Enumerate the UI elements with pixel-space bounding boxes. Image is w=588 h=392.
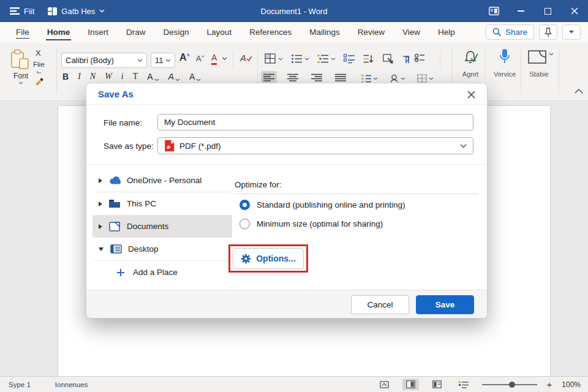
- italic-button[interactable]: I: [78, 72, 81, 81]
- underline-button[interactable]: N: [90, 72, 96, 81]
- font-size-combo[interactable]: 11: [151, 53, 175, 68]
- text-effects-button[interactable]: A: [240, 53, 252, 63]
- tab-file[interactable]: File: [15, 24, 31, 40]
- web-layout-button[interactable]: [429, 379, 445, 390]
- font-color-menu-button[interactable]: A: [189, 72, 201, 81]
- status-bar-left: Sype 1 Ionnenues: [9, 377, 88, 392]
- highlight-glyph: A: [168, 72, 174, 81]
- save-button[interactable]: Save: [416, 295, 474, 314]
- plus-icon: [116, 268, 125, 277]
- paste-icon: [10, 49, 32, 71]
- chevron-down-icon[interactable]: [222, 57, 227, 61]
- ribbon-display-options-button[interactable]: [480, 0, 507, 22]
- close-button[interactable]: [561, 0, 588, 22]
- zoom-slider-handle[interactable]: [509, 382, 515, 388]
- borders-button[interactable]: [265, 53, 283, 64]
- onedrive-cloud-icon: [108, 176, 121, 185]
- nav-item-this-pc[interactable]: This PC: [92, 192, 232, 215]
- strikethrough-button[interactable]: W: [105, 72, 112, 81]
- editor-button[interactable]: [528, 50, 554, 64]
- save-location-nav: OneDrive - Personal This PC Documents De…: [92, 169, 232, 284]
- clipboard-group-label[interactable]: Font: [7, 72, 34, 80]
- text-effects-menu-button[interactable]: A: [147, 72, 159, 81]
- tab-help[interactable]: Help: [437, 24, 456, 40]
- paste-special-button[interactable]: [383, 54, 394, 64]
- chevron-down-icon: [18, 81, 23, 85]
- zoom-level[interactable]: 100%: [562, 380, 581, 389]
- pin-button[interactable]: [539, 24, 557, 40]
- tab-mailings[interactable]: Mailings: [308, 24, 341, 40]
- maximize-button[interactable]: [534, 0, 561, 22]
- justify-icon: [335, 74, 346, 81]
- font-name-combo[interactable]: Calibri (Body): [61, 53, 147, 68]
- font-color-button[interactable]: A: [211, 53, 217, 65]
- print-layout-button[interactable]: [402, 379, 419, 390]
- chevron-down-icon: [137, 59, 143, 62]
- zoom-slider[interactable]: [482, 380, 537, 389]
- tab-insert[interactable]: Insert: [86, 24, 110, 40]
- optimize-divider: [235, 194, 478, 194]
- subscript-button[interactable]: i: [121, 72, 124, 81]
- grow-font-button[interactable]: A˄: [179, 52, 190, 63]
- annotation-highlight-box: Options...: [228, 244, 308, 273]
- word-count[interactable]: Ionnenues: [55, 381, 88, 388]
- qat-item-1[interactable]: Fiit: [10, 7, 34, 16]
- copy-button[interactable]: Fiie: [33, 61, 45, 68]
- multilevel-list-button[interactable]: [317, 54, 336, 64]
- radio-standard[interactable]: Standard (publishing online and printing…: [239, 200, 405, 210]
- tab-view[interactable]: View: [401, 24, 421, 40]
- tab-review[interactable]: Review: [356, 24, 386, 40]
- nav-item-documents[interactable]: Documents: [92, 215, 232, 238]
- tab-layout[interactable]: Layout: [206, 24, 233, 40]
- nav-item-desktop-label: Desktop: [128, 244, 159, 254]
- radio-minimum-size[interactable]: Minimum size (optimal for sharing): [239, 219, 383, 229]
- radio-minimum-size-label: Minimum size (optimal for sharing): [257, 219, 383, 228]
- options-button[interactable]: Options...: [233, 248, 304, 269]
- pin-icon: [545, 28, 552, 37]
- font-name-value: Calibri (Body): [66, 56, 137, 65]
- shrink-font-button[interactable]: A˅: [196, 54, 204, 63]
- shading-button[interactable]: [390, 74, 405, 83]
- collapse-ribbon-icon[interactable]: [575, 89, 583, 94]
- page-indicator[interactable]: Sype 1: [9, 381, 31, 388]
- quick-access-toolbar: Fiit Gatb Hes: [0, 7, 105, 16]
- dictate-button[interactable]: [491, 48, 518, 67]
- read-mode-button[interactable]: [376, 379, 393, 390]
- checklist-button[interactable]: [344, 54, 355, 64]
- tab-draw[interactable]: Draw: [125, 24, 147, 40]
- format-painter-icon[interactable]: [34, 75, 44, 85]
- chevron-down-icon: [99, 247, 104, 251]
- web-layout-icon: [432, 380, 442, 388]
- group-agnrt[interactable]: [458, 50, 484, 67]
- border-grid-button[interactable]: [417, 74, 434, 83]
- minimize-button[interactable]: [507, 0, 534, 22]
- nav-item-add-a-place[interactable]: Add a Place: [92, 261, 232, 284]
- save-type-select[interactable]: PDF (*.pdf): [157, 137, 473, 154]
- paragraph-mark-icon: [402, 54, 412, 64]
- cancel-button[interactable]: Cancel: [351, 295, 409, 314]
- qat-item-2[interactable]: Gatb Hes: [48, 7, 105, 16]
- tab-design[interactable]: Design: [162, 24, 190, 40]
- qat-item-1-label: Fiit: [24, 7, 34, 16]
- share-button[interactable]: Share: [486, 24, 534, 40]
- this-pc-icon: [108, 199, 121, 208]
- file-name-input[interactable]: [157, 114, 473, 130]
- tab-references[interactable]: References: [248, 24, 293, 40]
- sort-paragraph-button[interactable]: [363, 54, 375, 64]
- cut-button[interactable]: X: [36, 48, 41, 58]
- styles-shortcut-button[interactable]: [414, 53, 425, 62]
- collapse-ribbon-menu-button[interactable]: [562, 24, 581, 40]
- nav-item-onedrive[interactable]: OneDrive - Personal: [92, 169, 232, 192]
- bold-button[interactable]: B: [62, 72, 69, 81]
- highlight-color-button[interactable]: A: [168, 72, 180, 81]
- tab-home[interactable]: Home: [46, 24, 72, 40]
- nav-item-desktop[interactable]: Desktop: [92, 238, 232, 260]
- outline-view-button[interactable]: [455, 379, 472, 390]
- superscript-button[interactable]: T: [133, 72, 138, 81]
- line-spacing-button[interactable]: [361, 75, 378, 83]
- bullet-list-button[interactable]: [291, 54, 309, 64]
- documents-icon: [109, 222, 120, 232]
- zoom-in-button[interactable]: +: [547, 379, 552, 390]
- dialog-close-button[interactable]: [465, 88, 477, 100]
- font-color-glyph: A: [211, 53, 217, 62]
